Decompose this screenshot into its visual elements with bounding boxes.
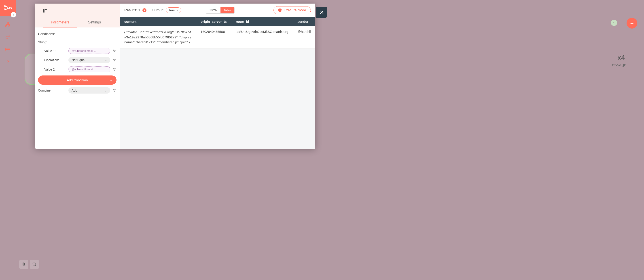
credentials-icon[interactable] xyxy=(5,34,10,40)
value1-input[interactable]: @a.harshil:matri … xyxy=(68,48,110,54)
svg-point-3 xyxy=(11,7,12,8)
canvas-node-suffix: x4 xyxy=(618,54,625,62)
zoom-out-button[interactable] xyxy=(30,260,39,269)
close-button[interactable] xyxy=(316,7,327,18)
cell-content: { "avatar_url": "mxc://mozilla.org/c6157… xyxy=(120,26,196,48)
col-sender[interactable]: sender xyxy=(293,17,315,26)
cell-room-id: !cMUIsUgevrhCoeMkSG:matrix.org xyxy=(231,26,293,48)
operation-select[interactable]: Not Equal ⌄ xyxy=(68,57,110,63)
results-label: Results: 1 xyxy=(124,8,140,12)
combine-value: ALL xyxy=(72,89,77,92)
node-title: IF xyxy=(43,8,112,14)
svg-point-12 xyxy=(5,49,6,50)
col-room-id[interactable]: room_id xyxy=(231,17,293,26)
cell-sender: @harshil xyxy=(293,26,315,48)
svg-point-13 xyxy=(5,51,6,51)
zoom-in-button[interactable] xyxy=(19,260,28,269)
play-icon xyxy=(278,8,282,12)
svg-point-23 xyxy=(114,68,116,69)
value2-row: Value 2 @a.harshil:matri … xyxy=(38,66,116,72)
svg-point-16 xyxy=(113,50,114,51)
combine-select[interactable]: ALL ⌄ xyxy=(68,87,110,94)
svg-point-27 xyxy=(114,91,115,92)
svg-rect-4 xyxy=(7,22,8,24)
value1-label: Value 1 xyxy=(44,49,67,53)
view-toggle: JSON Table xyxy=(206,7,234,14)
results-table: content origin_server_ts room_id sender … xyxy=(120,17,315,49)
col-content[interactable]: content xyxy=(120,17,196,26)
info-icon[interactable]: i xyxy=(142,8,146,12)
app-logo[interactable]: › xyxy=(0,0,16,16)
cell-origin-server-ts: 1602840435506 xyxy=(196,26,231,48)
operation-value: Not Equal xyxy=(72,58,85,62)
canvas-badge: 1 xyxy=(611,20,617,26)
execute-node-button[interactable]: Execute Node xyxy=(274,6,311,14)
chevron-down-icon: ⌄ xyxy=(104,89,107,92)
conditions-section-label: Conditions: xyxy=(38,31,116,37)
combine-gear-icon[interactable] xyxy=(112,88,116,93)
value1-row: Value 1 @a.harshil:matri … xyxy=(38,48,116,54)
svg-point-0 xyxy=(4,5,6,7)
operation-label: Operation xyxy=(44,58,67,62)
operation-row: Operation Not Equal ⌄ xyxy=(38,57,116,63)
svg-point-19 xyxy=(113,59,114,60)
add-condition-label: Add Condition xyxy=(67,78,88,82)
svg-point-20 xyxy=(114,59,116,60)
zoom-controls xyxy=(19,260,39,269)
table-header-row: content origin_server_ts room_id sender xyxy=(120,17,315,26)
svg-point-21 xyxy=(114,60,115,61)
svg-rect-5 xyxy=(6,25,7,27)
svg-point-11 xyxy=(5,48,6,48)
value1-gear-icon[interactable] xyxy=(112,49,116,53)
combine-label: Combine xyxy=(38,89,67,92)
combine-row: Combine ALL ⌄ xyxy=(38,87,116,94)
tabs: Parameters Settings xyxy=(43,18,112,27)
execute-label: Execute Node xyxy=(284,8,306,12)
output-label: Output: xyxy=(152,8,164,12)
parameters-panel: IF Parameters Settings Conditions: Strin… xyxy=(35,3,120,149)
table-toggle[interactable]: Table xyxy=(220,7,234,13)
output-panel: Results: 1 i | Output: true JSON Table E… xyxy=(120,3,315,149)
svg-point-26 xyxy=(114,89,116,90)
json-toggle[interactable]: JSON xyxy=(206,7,220,13)
node-editor-modal: IF Parameters Settings Conditions: Strin… xyxy=(35,3,315,149)
table-row[interactable]: { "avatar_url": "mxc://mozilla.org/c6157… xyxy=(120,26,315,48)
help-icon[interactable] xyxy=(5,59,10,65)
chevron-down-icon: ⌄ xyxy=(104,58,107,62)
canvas-node-subtitle: essage xyxy=(612,62,627,67)
svg-point-2 xyxy=(8,7,10,9)
svg-rect-6 xyxy=(9,25,10,27)
svg-point-25 xyxy=(113,89,114,90)
output-header: Results: 1 i | Output: true JSON Table E… xyxy=(120,3,315,17)
value2-gear-icon[interactable] xyxy=(112,67,116,72)
string-group-label: String: xyxy=(38,39,116,45)
svg-point-1 xyxy=(4,9,6,10)
col-origin-server-ts[interactable]: origin_server_ts xyxy=(196,17,231,26)
value2-input[interactable]: @a.harshil:matri … xyxy=(68,66,110,72)
sidebar: › xyxy=(0,0,16,280)
operation-gear-icon[interactable] xyxy=(112,58,116,62)
value2-label: Value 2 xyxy=(44,68,67,71)
svg-point-18 xyxy=(114,51,115,52)
svg-point-17 xyxy=(114,50,116,51)
sidebar-expand-icon[interactable]: › xyxy=(11,12,16,17)
add-condition-button[interactable]: Add Condition ⌄ xyxy=(38,75,116,85)
tab-parameters[interactable]: Parameters xyxy=(43,18,77,27)
svg-point-22 xyxy=(113,68,114,69)
svg-point-24 xyxy=(114,69,115,71)
tab-settings[interactable]: Settings xyxy=(77,18,112,27)
output-select[interactable]: true xyxy=(166,7,181,13)
workflows-icon[interactable] xyxy=(5,22,10,27)
chevron-down-icon: ⌄ xyxy=(110,78,112,82)
executions-icon[interactable] xyxy=(5,47,10,52)
